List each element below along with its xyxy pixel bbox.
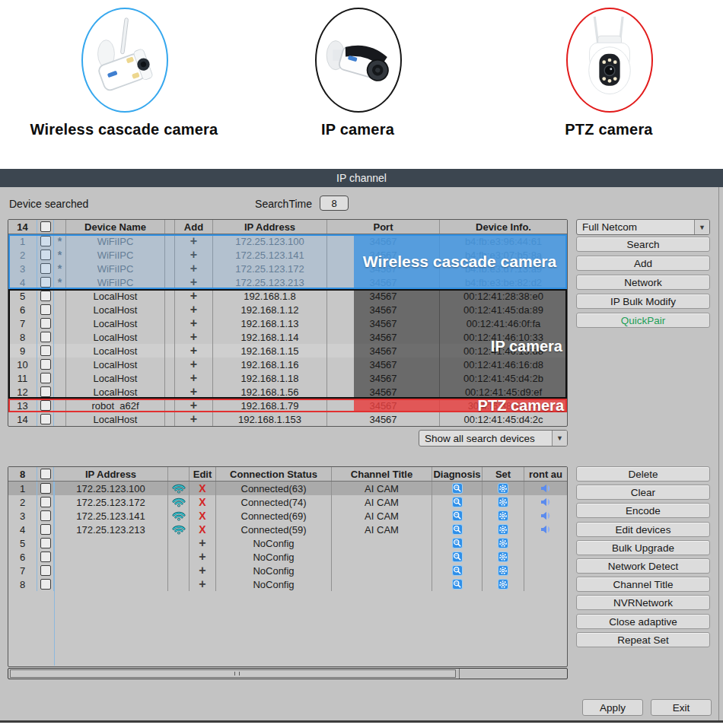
row-checkbox[interactable] [40, 497, 51, 507]
quickpair-button[interactable]: QuickPair [576, 313, 710, 328]
add-device-cell[interactable]: + [175, 385, 213, 399]
front-audio-cell[interactable] [524, 482, 567, 495]
gear-icon[interactable] [498, 565, 508, 576]
nvrnetwork-button[interactable]: NVRNetwork [576, 595, 710, 610]
table-row[interactable]: 3*WiFiIPC+172.25.123.17234567b4:fb:e3:d7… [8, 262, 567, 275]
row-checkbox[interactable] [40, 291, 51, 301]
add-plus-icon[interactable]: + [190, 276, 197, 288]
table-row[interactable]: 5LocalHost+192.168.1.83456700:12:41:28:3… [8, 289, 567, 303]
add-plus-icon[interactable]: + [190, 290, 197, 302]
table-row[interactable]: 4172.25.123.213XConnected(59)AI CAM [8, 523, 567, 536]
scrollbar-thumb[interactable] [10, 669, 456, 678]
diagnosis-cell[interactable] [432, 523, 483, 536]
row-checkbox[interactable] [40, 386, 51, 397]
diagnosis-icon[interactable] [452, 552, 463, 562]
row-checkbox[interactable] [40, 304, 51, 315]
add-device-cell[interactable]: + [175, 275, 213, 289]
row-checkbox[interactable] [40, 565, 51, 576]
netcom-mode-dropdown[interactable]: Full Netcom ▼ [576, 219, 710, 235]
add-device-cell[interactable]: + [175, 248, 213, 262]
encode-button[interactable]: Encode [576, 503, 710, 518]
row-select-cell[interactable] [37, 344, 54, 358]
diagnosis-cell[interactable] [432, 550, 483, 564]
dialog-titlebar[interactable]: IP channel [0, 169, 723, 187]
row-checkbox[interactable] [40, 400, 51, 411]
row-select-cell[interactable] [37, 289, 54, 303]
table-row[interactable]: 8+NoConfig [8, 577, 567, 591]
front-audio-cell[interactable] [524, 550, 567, 564]
add-device-cell[interactable]: + [175, 234, 213, 248]
add-device-cell[interactable]: + [175, 316, 213, 330]
row-select-cell[interactable] [37, 550, 54, 564]
add-plus-icon[interactable]: + [199, 564, 205, 577]
table-row[interactable]: 1*WiFiIPC+172.25.123.10034567b4:fb:e3:96… [8, 234, 567, 248]
front-audio-cell[interactable] [524, 495, 567, 509]
row-checkbox[interactable] [40, 510, 51, 521]
add-plus-icon[interactable]: + [199, 537, 205, 549]
add-plus-icon[interactable]: + [190, 235, 197, 247]
remove-x-icon[interactable]: X [199, 510, 205, 521]
diagnosis-cell[interactable] [432, 495, 483, 509]
table-row[interactable]: 2*WiFiIPC+172.25.123.14134567b4:fb:e3:07… [8, 248, 567, 262]
close-adaptive-button[interactable]: Close adaptive [576, 614, 710, 629]
add-plus-icon[interactable]: + [190, 262, 197, 275]
row-checkbox[interactable] [40, 221, 51, 232]
row-select-cell[interactable] [37, 371, 54, 385]
chevron-down-icon[interactable]: ▼ [552, 431, 567, 446]
row-checkbox[interactable] [40, 277, 51, 288]
edit-cell[interactable]: + [190, 536, 216, 550]
chevron-down-icon[interactable]: ▼ [694, 220, 709, 234]
remove-x-icon[interactable]: X [199, 524, 205, 535]
row-checkbox[interactable] [40, 538, 51, 548]
diagnosis-icon[interactable] [452, 538, 463, 548]
row-checkbox[interactable] [40, 483, 51, 494]
channel-title-button[interactable]: Channel Title [576, 577, 710, 592]
add-device-cell[interactable]: + [175, 344, 213, 358]
table-row[interactable]: 8LocalHost+192.168.1.143456700:12:41:46:… [8, 330, 567, 344]
gear-icon[interactable] [498, 579, 508, 590]
set-cell[interactable] [483, 577, 524, 591]
table-row[interactable]: 12LocalHost+192.168.1.563456700:12:41:45… [8, 385, 567, 399]
gear-icon[interactable] [498, 538, 508, 548]
search-button[interactable]: Search [576, 237, 710, 252]
row-select-cell[interactable] [37, 564, 54, 577]
row-select-cell[interactable] [37, 577, 54, 591]
edit-cell[interactable]: + [190, 564, 216, 577]
add-plus-icon[interactable]: + [190, 413, 197, 425]
front-audio-cell[interactable] [524, 536, 567, 550]
diagnosis-icon[interactable] [452, 524, 463, 535]
diagnosis-icon[interactable] [452, 565, 463, 576]
add-device-cell[interactable]: + [175, 330, 213, 344]
table-row[interactable]: 2172.25.123.172XConnected(74)AI CAM [8, 495, 567, 509]
edit-devices-button[interactable]: Edit devices [576, 522, 710, 537]
bulk-upgrade-button[interactable]: Bulk Upgrade [576, 540, 710, 555]
add-device-cell[interactable]: + [175, 289, 213, 303]
clear-button[interactable]: Clear [576, 485, 710, 500]
row-select-cell[interactable] [37, 358, 54, 371]
diagnosis-cell[interactable] [432, 577, 483, 591]
gear-icon[interactable] [498, 510, 508, 521]
row-select-cell[interactable] [37, 303, 54, 316]
add-device-cell[interactable]: + [175, 412, 213, 426]
remove-x-icon[interactable]: X [199, 483, 205, 494]
row-select-cell[interactable] [37, 509, 54, 523]
row-select-cell[interactable] [37, 234, 54, 248]
network-detect-button[interactable]: Network Detect [576, 558, 710, 574]
table-row[interactable]: 10LocalHost+192.168.1.163456700:12:41:46… [8, 358, 567, 371]
row-select-cell[interactable] [37, 399, 54, 412]
add-plus-icon[interactable]: + [199, 578, 205, 590]
add-device-cell[interactable]: + [175, 358, 213, 371]
add-plus-icon[interactable]: + [190, 372, 197, 384]
table-row[interactable]: 6LocalHost+192.168.1.123456700:12:41:45:… [8, 303, 567, 316]
set-cell[interactable] [483, 536, 524, 550]
front-audio-cell[interactable] [524, 523, 567, 536]
add-plus-icon[interactable]: + [190, 249, 197, 261]
diagnosis-icon[interactable] [452, 497, 463, 507]
row-select-cell[interactable] [37, 330, 54, 344]
add-plus-icon[interactable]: + [190, 317, 197, 329]
table-row[interactable]: 7+NoConfig [8, 564, 567, 577]
set-cell[interactable] [483, 495, 524, 509]
table-row[interactable]: 3172.25.123.141XConnected(69)AI CAM [8, 509, 567, 523]
front-audio-cell[interactable] [524, 564, 567, 577]
row-select-cell[interactable] [37, 248, 54, 262]
